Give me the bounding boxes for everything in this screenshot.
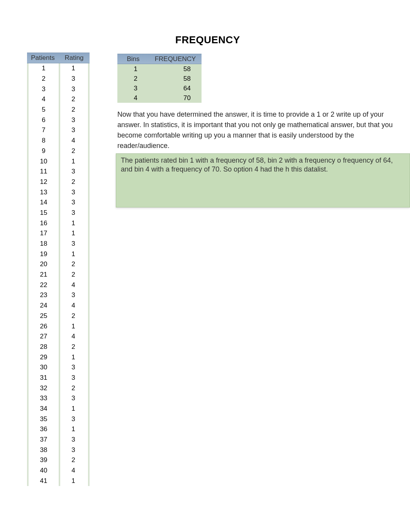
patient-cell: 28 xyxy=(29,343,59,351)
rating-cell: 4 xyxy=(59,137,88,144)
patient-cell: 6 xyxy=(29,116,59,124)
rating-cell: 4 xyxy=(59,333,88,340)
table-row: 282 xyxy=(29,342,88,352)
patient-cell: 35 xyxy=(29,415,59,423)
bins-frequency-table: Bins FREQUENCY 158258364470 xyxy=(117,54,202,103)
table-row: 404 xyxy=(29,466,88,476)
rating-cell: 1 xyxy=(59,229,88,237)
rating-cell: 1 xyxy=(59,65,88,72)
patient-cell: 12 xyxy=(29,178,59,186)
header-patients: Patients xyxy=(27,54,59,62)
patient-cell: 31 xyxy=(29,374,59,382)
patient-cell: 34 xyxy=(29,405,59,413)
table-row: 274 xyxy=(29,331,88,342)
answer-callout: The patients rated bin 1 with a frequenc… xyxy=(116,153,410,207)
patient-cell: 33 xyxy=(29,394,59,402)
rating-cell: 3 xyxy=(59,446,88,454)
table-row: 303 xyxy=(29,362,88,373)
bin-cell: 2 xyxy=(117,75,149,83)
table-row: 212 xyxy=(29,270,88,280)
frequency-cell: 64 xyxy=(149,85,202,92)
rating-cell: 2 xyxy=(59,260,88,268)
table-row: 364 xyxy=(117,83,202,93)
rating-cell: 1 xyxy=(59,323,88,330)
table-row: 23 xyxy=(29,74,88,84)
bin-cell: 1 xyxy=(117,65,149,73)
patients-table-body: 1123334252637384921011131221331431531611… xyxy=(27,63,90,486)
rating-cell: 3 xyxy=(59,75,88,83)
patient-cell: 11 xyxy=(29,168,59,175)
patient-cell: 14 xyxy=(29,199,59,206)
table-row: 11 xyxy=(29,63,88,74)
rating-cell: 3 xyxy=(59,168,88,175)
patient-cell: 23 xyxy=(29,291,59,299)
patient-cell: 1 xyxy=(29,65,59,72)
patient-cell: 2 xyxy=(29,75,59,83)
patient-cell: 39 xyxy=(29,456,59,464)
table-row: 392 xyxy=(29,455,88,466)
table-row: 353 xyxy=(29,414,88,424)
rating-cell: 3 xyxy=(59,85,88,93)
rating-cell: 4 xyxy=(59,467,88,474)
table-row: 333 xyxy=(29,393,88,404)
patient-cell: 4 xyxy=(29,95,59,103)
patient-cell: 7 xyxy=(29,126,59,134)
table-row: 383 xyxy=(29,445,88,455)
table-row: 313 xyxy=(29,373,88,383)
table-row: 113 xyxy=(29,167,88,177)
rating-cell: 3 xyxy=(59,394,88,402)
table-row: 133 xyxy=(29,187,88,197)
rating-cell: 2 xyxy=(59,384,88,392)
rating-cell: 1 xyxy=(59,477,88,485)
rating-cell: 3 xyxy=(59,364,88,371)
table-row: 258 xyxy=(117,74,202,83)
rating-cell: 1 xyxy=(59,250,88,258)
table-row: 411 xyxy=(29,476,88,486)
patient-cell: 17 xyxy=(29,229,59,237)
rating-cell: 3 xyxy=(59,116,88,124)
table-row: 373 xyxy=(29,435,88,445)
patient-cell: 32 xyxy=(29,384,59,392)
rating-cell: 2 xyxy=(59,312,88,320)
rating-cell: 2 xyxy=(59,271,88,279)
rating-cell: 1 xyxy=(59,354,88,361)
rating-cell: 3 xyxy=(59,415,88,423)
table-row: 361 xyxy=(29,424,88,435)
table-row: 202 xyxy=(29,259,88,270)
table-row: 153 xyxy=(29,208,88,218)
patient-cell: 41 xyxy=(29,477,59,485)
patient-cell: 27 xyxy=(29,333,59,340)
rating-cell: 2 xyxy=(59,106,88,114)
patient-cell: 40 xyxy=(29,467,59,474)
patient-cell: 25 xyxy=(29,312,59,320)
header-rating: Rating xyxy=(59,54,90,62)
bin-cell: 3 xyxy=(117,85,149,92)
patient-cell: 8 xyxy=(29,137,59,144)
table-row: 322 xyxy=(29,383,88,393)
table-row: 63 xyxy=(29,115,88,125)
rating-cell: 2 xyxy=(59,456,88,464)
explanation-paragraph: Now that you have determined the answer,… xyxy=(117,109,407,151)
rating-cell: 3 xyxy=(59,240,88,248)
rating-cell: 3 xyxy=(59,189,88,196)
rating-cell: 2 xyxy=(59,95,88,103)
table-row: 33 xyxy=(29,84,88,94)
patient-cell: 3 xyxy=(29,85,59,93)
rating-cell: 3 xyxy=(59,209,88,217)
table-row: 252 xyxy=(29,311,88,321)
patients-table-header: Patients Rating xyxy=(27,53,90,63)
frequency-cell: 70 xyxy=(149,94,202,102)
patient-cell: 5 xyxy=(29,106,59,114)
patient-cell: 16 xyxy=(29,219,59,227)
rating-cell: 2 xyxy=(59,178,88,186)
patient-cell: 10 xyxy=(29,158,59,165)
rating-cell: 1 xyxy=(59,158,88,165)
table-row: 122 xyxy=(29,177,88,187)
bins-table-body: 158258364470 xyxy=(117,64,202,103)
rating-cell: 3 xyxy=(59,436,88,444)
rating-cell: 3 xyxy=(59,199,88,206)
patient-cell: 15 xyxy=(29,209,59,217)
table-row: 291 xyxy=(29,352,88,362)
patient-cell: 36 xyxy=(29,425,59,433)
table-row: 244 xyxy=(29,301,88,311)
